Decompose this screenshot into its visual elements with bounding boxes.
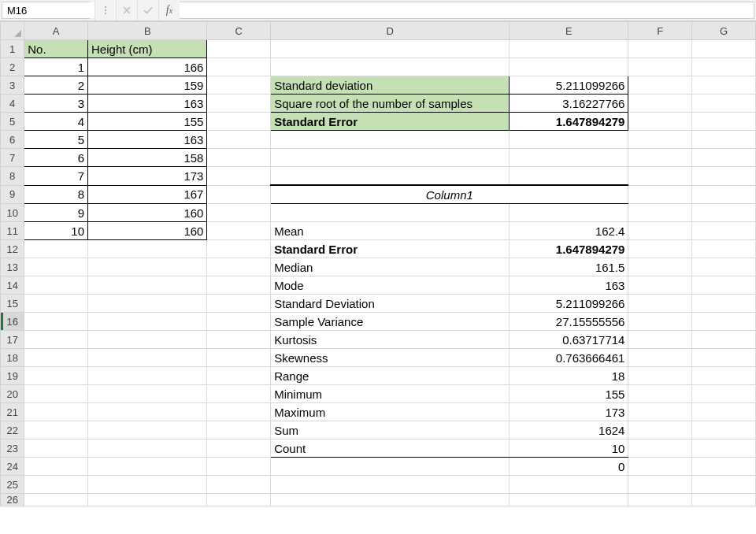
cell-C25[interactable] (207, 476, 271, 494)
row-header[interactable]: 13 (1, 258, 24, 276)
cell-B24[interactable] (88, 458, 207, 476)
row-header[interactable]: 14 (1, 276, 24, 295)
cell-B11[interactable]: 160 (88, 222, 207, 240)
row-header[interactable]: 8 (1, 167, 24, 186)
cell-D22[interactable]: Sum (271, 421, 510, 439)
cell-C26[interactable] (207, 494, 271, 506)
cell-G6[interactable] (692, 131, 756, 149)
cell-G2[interactable] (692, 58, 756, 76)
cell-D16[interactable]: Sample Variance (271, 313, 510, 331)
cell-B3[interactable]: 159 (88, 76, 207, 95)
col-header-F[interactable]: F (628, 22, 692, 40)
cell-A21[interactable] (24, 403, 88, 421)
cell-G4[interactable] (692, 95, 756, 113)
fx-icon[interactable]: fx (158, 0, 180, 20)
cell-D7[interactable] (271, 149, 510, 167)
cell-D26[interactable] (271, 494, 510, 506)
cell-E25[interactable] (510, 476, 628, 494)
cell-D1[interactable] (271, 40, 510, 58)
cell-G8[interactable] (692, 167, 756, 186)
cell-F10[interactable] (628, 204, 692, 222)
cell-E19[interactable]: 18 (510, 367, 628, 385)
cell-C4[interactable] (207, 95, 271, 113)
cell-G21[interactable] (692, 403, 756, 421)
cell-D24[interactable] (271, 458, 510, 476)
cell-C1[interactable] (207, 40, 271, 58)
row-header[interactable]: 1 (1, 40, 24, 58)
cell-C13[interactable] (207, 258, 271, 276)
cell-B22[interactable] (88, 421, 207, 439)
cell-A12[interactable] (24, 240, 88, 258)
row-header[interactable]: 12 (1, 240, 24, 258)
cell-A5[interactable]: 4 (24, 113, 88, 131)
cell-C20[interactable] (207, 385, 271, 403)
cell-G5[interactable] (692, 113, 756, 131)
cell-C2[interactable] (207, 58, 271, 76)
row-header[interactable]: 7 (1, 149, 24, 167)
cell-A1[interactable]: No. (24, 40, 88, 58)
cell-A18[interactable] (24, 349, 88, 367)
cell-D25[interactable] (271, 476, 510, 494)
cell-B9[interactable]: 167 (88, 185, 207, 204)
row-header[interactable]: 3 (1, 76, 24, 95)
cell-C23[interactable] (207, 439, 271, 458)
col-header-G[interactable]: G (692, 22, 756, 40)
cell-E10[interactable] (510, 204, 628, 222)
cell-F21[interactable] (628, 403, 692, 421)
cell-C18[interactable] (207, 349, 271, 367)
cell-G26[interactable] (692, 494, 756, 506)
cell-E26[interactable] (510, 494, 628, 506)
cell-B25[interactable] (88, 476, 207, 494)
row-header[interactable]: 24 (1, 458, 24, 476)
cell-F7[interactable] (628, 149, 692, 167)
cell-B1[interactable]: Height (cm) (88, 40, 207, 58)
row-header[interactable]: 26 (1, 494, 24, 506)
cell-D8[interactable] (271, 167, 510, 186)
cell-C3[interactable] (207, 76, 271, 95)
cell-C17[interactable] (207, 331, 271, 349)
cell-F6[interactable] (628, 131, 692, 149)
cell-C12[interactable] (207, 240, 271, 258)
cell-A2[interactable]: 1 (24, 58, 88, 76)
col-header-B[interactable]: B (88, 22, 207, 40)
cell-B4[interactable]: 163 (88, 95, 207, 113)
cell-B23[interactable] (88, 439, 207, 458)
cell-B10[interactable]: 160 (88, 204, 207, 222)
cell-D14[interactable]: Mode (271, 276, 510, 295)
cell-C11[interactable] (207, 222, 271, 240)
cell-E4[interactable]: 3.16227766 (510, 95, 628, 113)
cell-E8[interactable] (510, 167, 628, 186)
cell-E15[interactable]: 5.211099266 (510, 295, 628, 313)
cell-E1[interactable] (510, 40, 628, 58)
cell-A20[interactable] (24, 385, 88, 403)
cell-G10[interactable] (692, 204, 756, 222)
cell-D12[interactable]: Standard Error (271, 240, 510, 258)
cell-F8[interactable] (628, 167, 692, 186)
cell-E2[interactable] (510, 58, 628, 76)
cell-D23[interactable]: Count (271, 439, 510, 458)
cell-G18[interactable] (692, 349, 756, 367)
cell-F5[interactable] (628, 113, 692, 131)
cell-G1[interactable] (692, 40, 756, 58)
cell-G24[interactable] (692, 458, 756, 476)
cell-F17[interactable] (628, 331, 692, 349)
confirm-icon[interactable] (137, 0, 158, 20)
namebox-options-icon[interactable] (94, 0, 116, 20)
row-header-selected[interactable]: 16 (1, 313, 24, 331)
cell-F1[interactable] (628, 40, 692, 58)
col-header-D[interactable]: D (271, 22, 510, 40)
cell-E17[interactable]: 0.63717714 (510, 331, 628, 349)
cell-C16[interactable] (207, 313, 271, 331)
cell-B19[interactable] (88, 367, 207, 385)
cell-F2[interactable] (628, 58, 692, 76)
row-header[interactable]: 19 (1, 367, 24, 385)
cell-E11[interactable]: 162.4 (510, 222, 628, 240)
cell-B7[interactable]: 158 (88, 149, 207, 167)
cell-A25[interactable] (24, 476, 88, 494)
col-header-C[interactable]: C (207, 22, 271, 40)
cell-C8[interactable] (207, 167, 271, 186)
cell-C14[interactable] (207, 276, 271, 295)
cell-A14[interactable] (24, 276, 88, 295)
cell-D13[interactable]: Median (271, 258, 510, 276)
cell-A6[interactable]: 5 (24, 131, 88, 149)
